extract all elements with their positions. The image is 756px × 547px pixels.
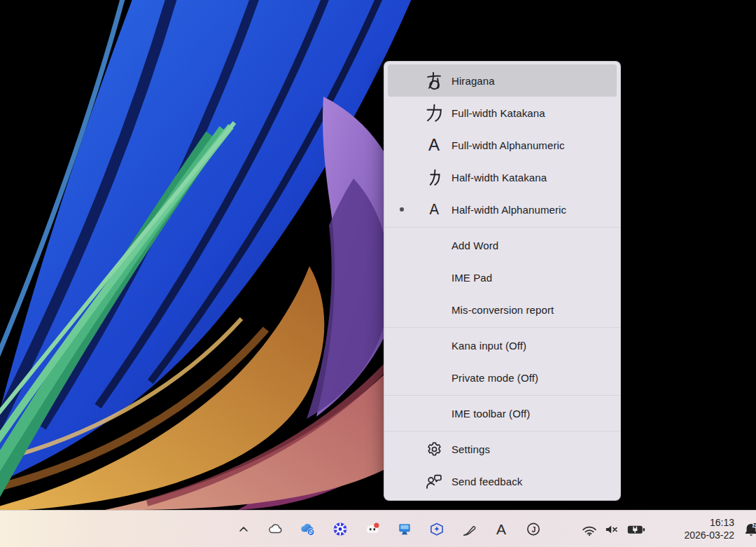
dev-box-app-icon[interactable]: [428, 520, 446, 539]
svg-text:J: J: [531, 525, 536, 534]
pen-ink-icon[interactable]: [460, 520, 478, 539]
menu-item-label: Settings: [451, 443, 490, 455]
halfwidth-katakana-icon: [421, 165, 447, 190]
fullwidth-katakana-icon: [421, 100, 447, 125]
menu-item-label: IME toolbar (Off): [451, 408, 530, 420]
menu-item-add-word[interactable]: Add Word: [388, 229, 617, 261]
menu-item-send-feedback[interactable]: Send feedback: [388, 465, 617, 497]
menu-item-fullwidth-katakana[interactable]: Full-width Katakana: [388, 97, 617, 129]
menu-item-label: Half-width Katakana: [451, 172, 547, 184]
settings-gear-icon: [421, 436, 447, 462]
menu-item-fullwidth-alphanumeric[interactable]: A Full-width Alphanumeric: [388, 129, 617, 161]
selected-mode-bullet: [393, 207, 411, 212]
desktop-wallpaper: [0, 0, 756, 510]
menu-item-label: Private mode (Off): [451, 372, 538, 384]
menu-item-halfwidth-alphanumeric[interactable]: A Half-width Alphanumeric: [388, 193, 617, 226]
onedrive-cloud-icon[interactable]: [267, 520, 285, 539]
volume-muted-icon[interactable]: [603, 520, 621, 539]
svg-text:z: z: [753, 520, 756, 527]
menu-item-label: Hiragana: [451, 75, 495, 87]
menu-item-label: Full-width Katakana: [451, 107, 545, 119]
clock-date: 2026-03-22: [662, 529, 734, 542]
fullwidth-alpha-icon: A: [421, 132, 447, 158]
desktop[interactable]: Hiragana Full-width Katakana A Full-widt…: [0, 0, 756, 547]
menu-divider: [384, 395, 620, 396]
chevron-up-icon: [234, 520, 253, 539]
menu-item-private-mode[interactable]: Private mode (Off): [388, 361, 617, 394]
menu-item-hiragana[interactable]: Hiragana: [388, 64, 617, 97]
menu-item-ime-toolbar[interactable]: IME toolbar (Off): [388, 397, 617, 429]
show-hidden-icons-button[interactable]: [234, 520, 253, 539]
menu-item-label: Kana input (Off): [451, 340, 526, 352]
menu-item-settings[interactable]: Settings: [388, 433, 617, 465]
wifi-icon[interactable]: [580, 520, 598, 539]
menu-divider: [384, 431, 620, 431]
menu-item-halfwidth-katakana[interactable]: Half-width Katakana: [388, 161, 617, 193]
blue-ring-app-icon[interactable]: [331, 520, 349, 539]
menu-item-kana-input[interactable]: Kana input (Off): [388, 329, 617, 361]
cloud-sync-icon[interactable]: [299, 520, 317, 539]
ime-context-menu: Hiragana Full-width Katakana A Full-widt…: [384, 61, 621, 501]
discord-notification-badge: [374, 522, 379, 527]
menu-divider: [384, 327, 620, 328]
battery-charging-icon[interactable]: [625, 520, 648, 539]
menu-item-label: Half-width Alphanumeric: [451, 204, 566, 216]
hiragana-a-icon: [421, 68, 447, 93]
display-app-icon[interactable]: [396, 520, 414, 539]
do-not-disturb-bell-icon[interactable]: z: [741, 519, 756, 540]
ime-mode-indicator[interactable]: A: [492, 520, 510, 539]
send-feedback-icon: [421, 469, 447, 494]
discord-icon[interactable]: [363, 520, 382, 539]
taskbar: A J: [0, 510, 756, 547]
circled-j-app-icon[interactable]: J: [524, 520, 542, 539]
menu-item-label: IME Pad: [451, 272, 492, 284]
menu-item-label: Send feedback: [451, 476, 522, 487]
menu-item-ime-pad[interactable]: IME Pad: [388, 261, 617, 293]
menu-item-label: Add Word: [451, 240, 498, 251]
menu-item-label: Mis-conversion report: [451, 304, 554, 316]
clock-time: 16:13: [662, 517, 734, 529]
menu-item-label: Full-width Alphanumeric: [451, 139, 565, 151]
menu-divider: [384, 227, 620, 228]
menu-item-misconversion-report[interactable]: Mis-conversion report: [388, 293, 617, 326]
halfwidth-alpha-icon: A: [421, 197, 447, 222]
clock[interactable]: 16:13 2026-03-22: [662, 517, 734, 542]
